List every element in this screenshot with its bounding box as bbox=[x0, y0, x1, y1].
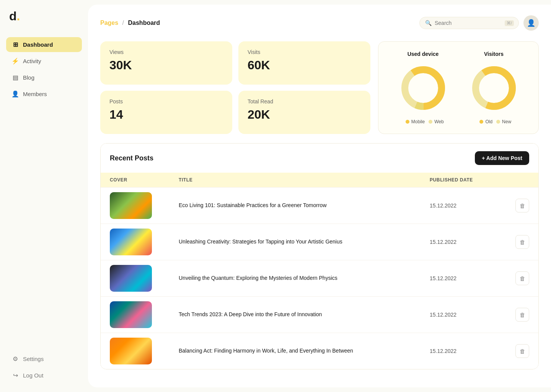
table-row: Unleashing Creativity: Strategies for Ta… bbox=[101, 224, 538, 260]
post-actions: 🗑 bbox=[506, 235, 529, 249]
stat-label-visits: Visits bbox=[248, 49, 361, 55]
sidebar-item-label: Activity bbox=[23, 58, 41, 64]
table-row: Eco Living 101: Sustainable Practices fo… bbox=[101, 187, 538, 224]
post-cover-image bbox=[110, 338, 152, 364]
blog-icon: ▤ bbox=[11, 74, 19, 81]
legend-new-label: New bbox=[502, 119, 511, 124]
logo: d. bbox=[6, 9, 82, 23]
legend-new: New bbox=[496, 119, 511, 124]
page-header: Pages / Dashboard 🔍 ⌘/ 👤 bbox=[100, 15, 539, 31]
device-legend: Mobile Web bbox=[406, 119, 444, 124]
table-row: Unveiling the Quantum: Exploring the Mys… bbox=[101, 260, 538, 296]
stat-card-visits: Visits 60K bbox=[238, 41, 370, 85]
avatar[interactable]: 👤 bbox=[523, 15, 539, 31]
stat-card-posts: Posts 14 bbox=[100, 91, 232, 134]
post-date: 15.12.2022 bbox=[430, 348, 506, 354]
search-bar[interactable]: 🔍 ⌘/ bbox=[419, 17, 519, 29]
post-cover-cell bbox=[110, 229, 179, 255]
web-dot bbox=[429, 120, 432, 124]
posts-header: Recent Posts + Add New Post bbox=[101, 144, 538, 173]
post-actions: 🗑 bbox=[506, 308, 529, 322]
posts-table: Eco Living 101: Sustainable Practices fo… bbox=[101, 187, 538, 369]
legend-web-label: Web bbox=[434, 119, 443, 124]
legend-web: Web bbox=[429, 119, 443, 124]
post-actions: 🗑 bbox=[506, 344, 529, 358]
recent-posts-section: Recent Posts + Add New Post COVER TITLE … bbox=[100, 143, 539, 369]
visitors-donut bbox=[469, 63, 519, 113]
search-icon: 🔍 bbox=[425, 20, 432, 26]
table-row: Tech Trends 2023: A Deep Dive into the F… bbox=[101, 296, 538, 333]
legend-old: Old bbox=[479, 119, 492, 124]
main-content: Pages / Dashboard 🔍 ⌘/ 👤 Views 30K Visit… bbox=[88, 5, 551, 387]
col-title: TITLE bbox=[179, 177, 430, 183]
post-cover-image bbox=[110, 229, 152, 255]
sidebar-item-members[interactable]: 👤 Members bbox=[6, 87, 82, 101]
charts-body bbox=[388, 63, 529, 113]
breadcrumb-current: Dashboard bbox=[128, 20, 160, 26]
used-device-title: Used device bbox=[388, 51, 458, 57]
legend-mobile-label: Mobile bbox=[411, 119, 425, 124]
sidebar-item-dashboard[interactable]: ⊞ Dashboard bbox=[6, 37, 82, 52]
post-date: 15.12.2022 bbox=[430, 275, 506, 281]
device-donut bbox=[398, 63, 448, 113]
search-input[interactable] bbox=[435, 20, 502, 26]
sidebar-item-settings[interactable]: ⚙ Settings bbox=[6, 351, 82, 366]
avatar-icon: 👤 bbox=[527, 19, 535, 27]
header-right: 🔍 ⌘/ 👤 bbox=[419, 15, 539, 31]
sidebar-item-blog[interactable]: ▤ Blog bbox=[6, 70, 82, 85]
legend-mobile: Mobile bbox=[406, 119, 425, 124]
post-cover-cell bbox=[110, 192, 179, 219]
post-title: Unveiling the Quantum: Exploring the Mys… bbox=[179, 274, 430, 282]
sidebar-item-label: Blog bbox=[23, 74, 34, 81]
delete-post-button[interactable]: 🗑 bbox=[515, 344, 529, 358]
post-title: Balancing Act: Finding Harmony in Work, … bbox=[179, 347, 430, 355]
col-cover: COVER bbox=[110, 177, 179, 183]
stats-row: Views 30K Visits 60K Posts 14 Total Read… bbox=[100, 41, 539, 134]
sidebar-bottom: ⚙ Settings ↪ Log Out bbox=[6, 351, 82, 383]
nav-menu: ⊞ Dashboard ⚡ Activity ▤ Blog 👤 Members bbox=[6, 37, 82, 351]
post-cover-image bbox=[110, 265, 152, 292]
visitors-title: Visitors bbox=[458, 51, 529, 57]
posts-title: Recent Posts bbox=[110, 154, 153, 162]
new-dot bbox=[496, 120, 500, 124]
post-cover-image bbox=[110, 192, 152, 219]
legend-old-label: Old bbox=[485, 119, 492, 124]
mobile-dot bbox=[406, 120, 409, 124]
post-title: Eco Living 101: Sustainable Practices fo… bbox=[179, 202, 430, 209]
stat-value-posts: 14 bbox=[109, 108, 223, 122]
sidebar: d. ⊞ Dashboard ⚡ Activity ▤ Blog 👤 Membe… bbox=[0, 0, 88, 392]
post-date: 15.12.2022 bbox=[430, 203, 506, 209]
sidebar-item-label: Settings bbox=[23, 356, 44, 362]
activity-icon: ⚡ bbox=[11, 57, 19, 65]
breadcrumb-pages[interactable]: Pages bbox=[100, 20, 118, 26]
device-donut-svg bbox=[398, 63, 448, 113]
delete-post-button[interactable]: 🗑 bbox=[515, 308, 529, 322]
charts-panel: Used device Visitors bbox=[378, 41, 539, 134]
delete-post-button[interactable]: 🗑 bbox=[515, 235, 529, 249]
table-row: Balancing Act: Finding Harmony in Work, … bbox=[101, 333, 538, 369]
sidebar-item-logout[interactable]: ↪ Log Out bbox=[6, 368, 82, 383]
post-title: Unleashing Creativity: Strategies for Ta… bbox=[179, 238, 430, 246]
delete-post-button[interactable]: 🗑 bbox=[515, 199, 529, 212]
sidebar-item-label: Log Out bbox=[23, 372, 43, 379]
delete-post-button[interactable]: 🗑 bbox=[515, 271, 529, 285]
post-actions: 🗑 bbox=[506, 271, 529, 285]
col-date: PUBLISHED DATE bbox=[430, 177, 506, 183]
stat-card-views: Views 30K bbox=[100, 41, 232, 85]
charts-legend: Mobile Web Old New bbox=[388, 119, 529, 124]
sidebar-item-activity[interactable]: ⚡ Activity bbox=[6, 54, 82, 69]
logo-dot: . bbox=[17, 9, 20, 23]
old-dot bbox=[479, 120, 483, 124]
add-post-button[interactable]: + Add New Post bbox=[475, 151, 529, 165]
dashboard-icon: ⊞ bbox=[11, 41, 19, 48]
post-cover-cell bbox=[110, 301, 179, 328]
sidebar-item-label: Members bbox=[23, 91, 47, 97]
visitors-donut-svg bbox=[469, 63, 519, 113]
post-title: Tech Trends 2023: A Deep Dive into the F… bbox=[179, 311, 430, 318]
stats-cards: Views 30K Visits 60K Posts 14 Total Read… bbox=[100, 41, 370, 134]
breadcrumb: Pages / Dashboard bbox=[100, 20, 160, 26]
post-actions: 🗑 bbox=[506, 199, 529, 212]
stat-label-posts: Posts bbox=[109, 98, 223, 105]
post-date: 15.12.2022 bbox=[430, 312, 506, 318]
visitors-legend: Old New bbox=[479, 119, 511, 124]
